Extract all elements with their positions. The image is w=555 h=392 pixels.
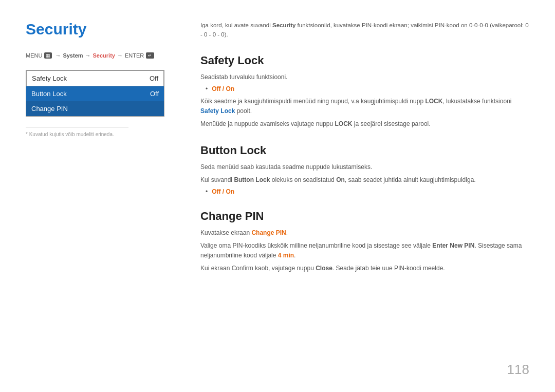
menu-label: MENU [26,52,42,59]
left-panel: Security MENU ▦ → System → Security → EN… [26,21,180,371]
menu-list: Safety Lock Off Button Lock Off Change P… [26,70,164,117]
safety-lock-bullet: • Off / On [206,85,529,92]
bullet-dot-1: • [206,85,208,92]
security-link: Security [93,52,115,59]
change-pin-desc3: Kui ekraan Confirm kaob, vajutage nuppu … [200,264,529,273]
safety-lock-extra1: Kõik seadme ja kaugjuhtimispuldi menüüd … [200,97,529,116]
intro-text: Iga kord, kui avate suvandi Security fun… [200,21,529,40]
intro-bold: Security [272,22,295,28]
arrow-1: → [55,52,61,59]
page-container: Security MENU ▦ → System → Security → EN… [0,0,555,392]
enter-icon: ↵ [146,52,154,59]
footnote: * Kuvatud kujutis võib mudeliti erineda. [26,132,164,137]
safety-lock-title: Safety Lock [200,54,529,67]
menu-item-safety-lock[interactable]: Safety Lock Off [26,70,164,86]
change-pin-label: Change PIN [31,105,68,113]
menu-icon: ▦ [44,52,52,59]
change-pin-desc1: Kuvatakse ekraan Change PIN. [200,228,529,238]
section-button-lock: Button Lock Seda menüüd saab kasutada se… [200,144,529,195]
divider [26,127,128,127]
enter-label: ENTER [125,52,144,59]
page-title: Security [26,21,164,38]
safety-lock-off-on: Off / On [212,85,234,92]
right-panel: Iga kord, kui avate suvandi Security fun… [180,21,529,371]
menu-item-button-lock[interactable]: Button Lock Off [26,86,164,101]
system-link: System [63,52,83,59]
safety-lock-extra2: Menüüde ja nuppude avamiseks vajutage nu… [200,119,529,129]
page-number: 118 [507,362,529,378]
button-lock-bullet: • Off / On [206,188,529,195]
button-lock-desc1: Seda menüüd saab kasutada seadme nuppude… [200,162,529,172]
section-change-pin: Change PIN Kuvatakse ekraan Change PIN. … [200,210,529,274]
safety-lock-value: Off [150,74,158,82]
intro-pre: Iga kord, kui avate suvandi [200,22,272,28]
menu-item-change-pin[interactable]: Change PIN [26,101,164,116]
button-lock-label: Button Lock [31,90,67,98]
arrow-3: → [117,52,123,59]
menu-path: MENU ▦ → System → Security → ENTER ↵ [26,52,164,59]
button-lock-title: Button Lock [200,144,529,157]
button-lock-off-on: Off / On [212,188,234,195]
arrow-2: → [85,52,91,59]
safety-lock-label: Safety Lock [32,74,67,82]
change-pin-title: Change PIN [200,210,529,223]
section-safety-lock: Safety Lock Seadistab turvaluku funktsio… [200,54,529,129]
safety-lock-desc: Seadistab turvaluku funktsiooni. [200,72,529,82]
button-lock-desc2: Kui suvandi Button Lock olekuks on seadi… [200,175,529,185]
bullet-dot-2: • [206,188,208,195]
change-pin-desc2: Valige oma PIN-koodiks ükskõik milline n… [200,241,529,260]
button-lock-value: Off [150,90,159,98]
